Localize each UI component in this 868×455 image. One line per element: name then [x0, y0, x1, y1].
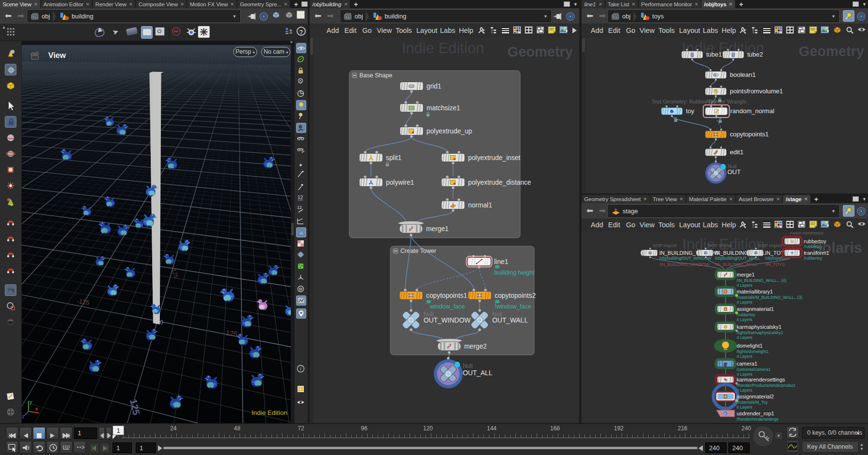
- svg-text:polyextrude_up: polyextrude_up: [427, 128, 472, 135]
- svg-text:4 Layers: 4 Layers: [737, 372, 753, 377]
- svg-text:/Render/Products/renderproduct: /Render/Products/renderproduct: [737, 383, 796, 388]
- svg-text:i: i: [300, 366, 301, 371]
- svg-text:/IN_BUILDING_WINDOW: /IN_BUILDING_WINDOW: [659, 262, 710, 267]
- svg-text:Base Shape: Base Shape: [359, 72, 392, 79]
- svg-text:materiallibrary1: materiallibrary1: [737, 289, 773, 294]
- svg-text:Geometry: Geometry: [799, 44, 864, 59]
- svg-text:usdrender_rop1: usdrender_rop1: [737, 411, 774, 416]
- svg-text:edit1: edit1: [730, 148, 743, 156]
- svg-text:4 Layers: 4 Layers: [737, 335, 753, 340]
- svg-text:Attribute Wrangle: Attribute Wrangle: [706, 99, 747, 104]
- svg-text:/lights/domelight1: /lights/domelight1: [737, 349, 768, 354]
- svg-text:Geometry: Geometry: [508, 44, 573, 59]
- svg-text:merge1: merge1: [426, 225, 449, 233]
- svg-text:12: 12: [297, 205, 302, 210]
- svg-text:/rubbertoy: /rubbertoy: [804, 244, 823, 249]
- svg-text:!window_face: !window_face: [495, 303, 531, 310]
- svg-text:polyextrude_distance: polyextrude_distance: [468, 179, 531, 186]
- svg-text:line1: line1: [494, 258, 508, 265]
- svg-text:buillding height: buillding height: [494, 269, 535, 276]
- svg-text:125: 125: [226, 329, 238, 338]
- svg-text:tube1: tube1: [706, 51, 722, 58]
- svg-text:transform1: transform1: [804, 250, 829, 256]
- svg-text:/rubbertoy: /rubbertoy: [804, 256, 823, 261]
- svg-text:Create Tower: Create Tower: [400, 248, 436, 254]
- svg-text:/IN_BUILDING_WALL: /IN_BUILDING_WALL: [715, 262, 757, 267]
- svg-text:karmarendersettings: karmarendersettings: [737, 377, 785, 382]
- svg-text:OUT_ALL: OUT_ALL: [463, 369, 493, 377]
- svg-text:assignmaterial1: assignmaterial1: [737, 306, 774, 312]
- svg-text:Asset Reference: Asset Reference: [790, 232, 824, 235]
- svg-text:merge2: merge2: [464, 343, 487, 350]
- svg-text:boolean1: boolean1: [730, 71, 756, 78]
- svg-text:Null: Null: [463, 363, 473, 369]
- svg-text:4 Layers: 4 Layers: [737, 283, 753, 288]
- svg-text:u: u: [724, 412, 726, 415]
- svg-text:OUT_WINDOW: OUT_WINDOW: [424, 317, 470, 324]
- svg-text:z: z: [22, 413, 25, 419]
- svg-text:assignmaterial2: assignmaterial2: [737, 394, 774, 399]
- svg-text:/Render/rendersettings: /Render/rendersettings: [737, 417, 778, 422]
- svg-text:polywire1: polywire1: [386, 179, 414, 186]
- svg-text:karmaphysicalsky1: karmaphysicalsky1: [737, 324, 782, 330]
- svg-text:6 Layers: 6 Layers: [737, 388, 753, 393]
- svg-text:copytopoints2: copytopoints2: [495, 292, 536, 299]
- svg-text:merge1: merge1: [737, 272, 754, 278]
- svg-text:/materials/M_Toy: /materials/M_Toy: [737, 400, 768, 405]
- svg-text:copytopoints1: copytopoints1: [730, 131, 768, 138]
- svg-text:SOP Import: SOP Import: [758, 243, 783, 248]
- svg-text:/materials/M_BUILDING_WALL...(: /materials/M_BUILDING_WALL...(3): [737, 295, 802, 300]
- svg-text:/lights/karmaphysicalsky1: /lights/karmaphysicalsky1: [737, 330, 783, 335]
- svg-text:/IN_TOYS: /IN_TOYS: [765, 262, 785, 267]
- svg-text:rubbertoy: rubbertoy: [804, 238, 826, 244]
- svg-text:normal1: normal1: [468, 202, 492, 209]
- svg-text:/IN_BUILDING_WALL... (4): /IN_BUILDING_WALL... (4): [737, 278, 786, 283]
- svg-text:0: 0: [160, 319, 163, 326]
- svg-text:SOP Import: SOP Import: [653, 243, 677, 248]
- svg-text:/cameras/camera1: /cameras/camera1: [737, 367, 771, 372]
- svg-text:4 Layers: 4 Layers: [737, 354, 753, 359]
- svg-text:pointsfromvolume1: pointsfromvolume1: [730, 88, 783, 95]
- svg-text:random_normal: random_normal: [730, 107, 774, 115]
- svg-text:6 Layers: 6 Layers: [737, 405, 753, 410]
- svg-text:copytopoints1: copytopoints1: [426, 292, 467, 299]
- svg-text:/obj/building/OUT_WINDOW: /obj/building/OUT_WINDOW: [659, 256, 711, 261]
- svg-text:window_face: window_face: [429, 303, 465, 310]
- svg-text:/obj/building/OUT_WALL: /obj/building/OUT_WALL: [715, 256, 760, 261]
- svg-text:OUT: OUT: [727, 168, 741, 176]
- svg-text:matchsize1: matchsize1: [427, 104, 460, 112]
- svg-text:/rubbertoy: /rubbertoy: [737, 312, 755, 317]
- svg-text:y: y: [29, 399, 32, 405]
- svg-text:4 Layers: 4 Layers: [737, 317, 753, 322]
- svg-text:x: x: [35, 406, 38, 411]
- svg-text:12: 12: [298, 195, 303, 200]
- svg-text:split1: split1: [386, 154, 401, 161]
- svg-text:domelight1: domelight1: [737, 343, 763, 349]
- svg-text:Indie Edition: Indie Edition: [402, 40, 484, 57]
- svg-text:grid1: grid1: [427, 83, 441, 90]
- svg-text:OUT_WALL: OUT_WALL: [492, 317, 528, 324]
- svg-text:polyextrude_inset: polyextrude_inset: [468, 154, 520, 161]
- svg-text:camera1: camera1: [737, 361, 757, 367]
- svg-text:tube2: tube2: [747, 51, 763, 58]
- svg-text:4 Layers: 4 Layers: [737, 300, 753, 305]
- svg-text:SOP Import: SOP Import: [708, 243, 732, 248]
- svg-text:toy: toy: [686, 107, 695, 115]
